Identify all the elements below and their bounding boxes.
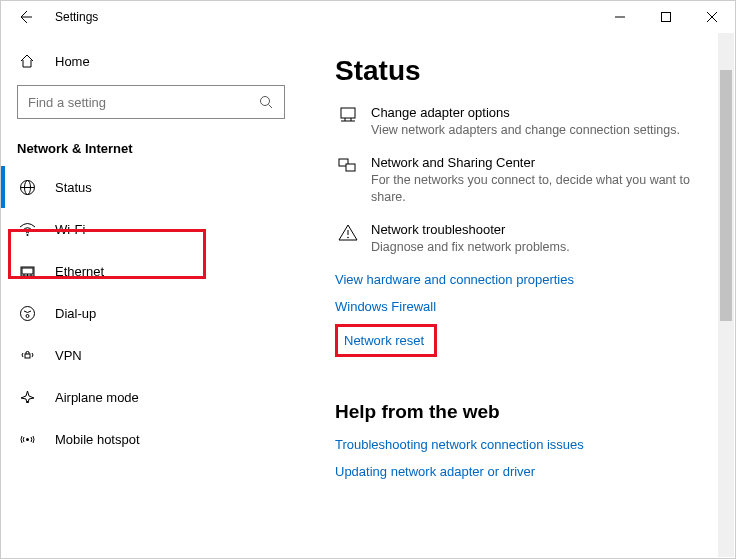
sharing-icon — [335, 155, 361, 206]
globe-icon — [17, 179, 37, 196]
sidebar-home-label: Home — [55, 54, 90, 69]
hotspot-icon — [17, 431, 37, 448]
annotation-highlight-reset: Network reset — [335, 324, 437, 357]
home-icon — [17, 53, 37, 69]
svg-rect-18 — [25, 354, 30, 358]
svg-rect-25 — [346, 164, 355, 171]
svg-point-19 — [26, 438, 29, 441]
option-title: Network troubleshooter — [371, 222, 570, 237]
link-help-troubleshoot[interactable]: Troubleshooting network connection issue… — [335, 437, 719, 452]
sidebar-item-hotspot[interactable]: Mobile hotspot — [1, 418, 311, 460]
wifi-icon — [17, 221, 37, 238]
svg-point-5 — [261, 96, 270, 105]
sidebar-item-status[interactable]: Status — [1, 166, 311, 208]
airplane-icon — [17, 389, 37, 406]
svg-rect-2 — [662, 13, 671, 22]
sidebar-item-label: Mobile hotspot — [55, 432, 140, 447]
svg-line-6 — [269, 104, 273, 108]
minimize-button[interactable] — [597, 1, 643, 33]
sidebar-item-label: Status — [55, 180, 92, 195]
svg-rect-12 — [22, 268, 33, 274]
sidebar-item-label: VPN — [55, 348, 82, 363]
link-network-reset[interactable]: Network reset — [344, 333, 424, 348]
link-help-update[interactable]: Updating network adapter or driver — [335, 464, 719, 479]
help-section-title: Help from the web — [335, 401, 719, 423]
troubleshoot-icon — [335, 222, 361, 256]
scrollbar[interactable] — [718, 33, 734, 557]
window-title: Settings — [55, 10, 98, 24]
adapter-icon — [335, 105, 361, 139]
sidebar-item-ethernet[interactable]: Ethernet — [1, 250, 311, 292]
search-input[interactable] — [28, 95, 259, 110]
sidebar-item-label: Ethernet — [55, 264, 104, 279]
option-desc: For the networks you connect to, decide … — [371, 172, 719, 206]
sidebar-category: Network & Internet — [1, 133, 311, 166]
page-title: Status — [335, 55, 719, 87]
svg-rect-20 — [341, 108, 355, 118]
link-hardware[interactable]: View hardware and connection properties — [335, 272, 719, 287]
maximize-button[interactable] — [643, 1, 689, 33]
option-desc: View network adapters and change connect… — [371, 122, 680, 139]
sidebar-home[interactable]: Home — [1, 45, 311, 77]
vpn-icon — [17, 347, 37, 364]
option-sharing-center[interactable]: Network and Sharing Center For the netwo… — [335, 155, 719, 206]
ethernet-icon — [17, 263, 37, 280]
main-content: Status Change adapter options View netwo… — [311, 33, 735, 558]
search-icon — [259, 95, 274, 110]
svg-point-10 — [26, 234, 28, 236]
sidebar-item-dialup[interactable]: Dial-up — [1, 292, 311, 334]
svg-point-16 — [20, 306, 34, 320]
svg-point-17 — [26, 314, 29, 317]
sidebar-item-label: Dial-up — [55, 306, 96, 321]
option-troubleshooter[interactable]: Network troubleshooter Diagnose and fix … — [335, 222, 719, 256]
sidebar-item-vpn[interactable]: VPN — [1, 334, 311, 376]
sidebar-item-label: Airplane mode — [55, 390, 139, 405]
search-box[interactable] — [17, 85, 285, 119]
close-button[interactable] — [689, 1, 735, 33]
sidebar-item-label: Wi-Fi — [55, 222, 85, 237]
scrollbar-thumb[interactable] — [720, 70, 732, 322]
sidebar-item-wifi[interactable]: Wi-Fi — [1, 208, 311, 250]
option-desc: Diagnose and fix network problems. — [371, 239, 570, 256]
svg-point-27 — [347, 236, 349, 238]
sidebar-item-airplane[interactable]: Airplane mode — [1, 376, 311, 418]
option-title: Change adapter options — [371, 105, 680, 120]
link-firewall[interactable]: Windows Firewall — [335, 299, 719, 314]
option-change-adapter[interactable]: Change adapter options View network adap… — [335, 105, 719, 139]
back-button[interactable] — [13, 9, 37, 25]
sidebar: Home Network & Internet Status Wi-Fi — [1, 33, 311, 558]
option-title: Network and Sharing Center — [371, 155, 719, 170]
dialup-icon — [17, 305, 37, 322]
